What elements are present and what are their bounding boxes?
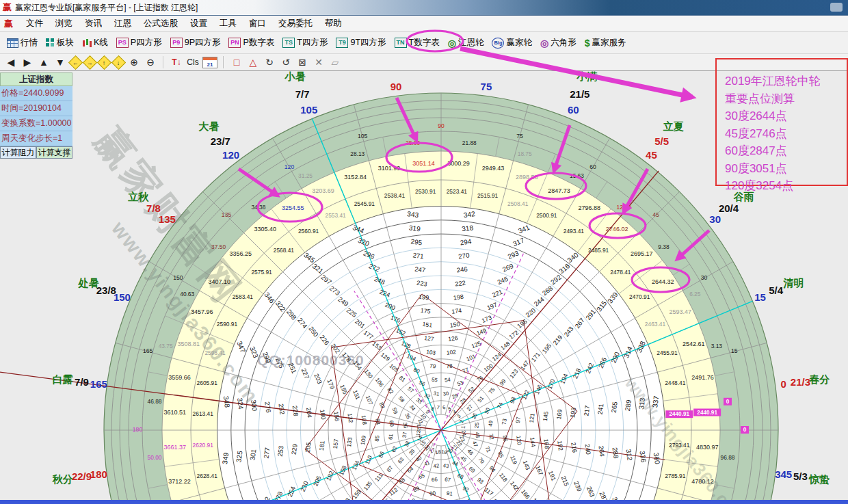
tool-prev-arrow[interactable]: ◀ <box>4 55 18 69</box>
svg-text:165: 165 <box>143 347 153 354</box>
toolbar-button-target[interactable]: ◎江恩轮 <box>444 36 488 50</box>
toolbar-button-dollar[interactable]: $赢家服务 <box>581 36 631 50</box>
svg-text:30: 30 <box>709 213 721 225</box>
tool-zoom-out[interactable]: ⊖ <box>144 55 157 69</box>
tool-cls[interactable]: Cls <box>186 55 200 69</box>
tool-next-arrow[interactable]: ▶ <box>21 55 34 69</box>
toolbar-button-label: 9T四方形 <box>350 37 386 49</box>
tool-box-x[interactable]: ⊠ <box>295 55 309 69</box>
svg-text:2560.91: 2560.91 <box>298 228 319 235</box>
svg-text:301: 301 <box>248 449 257 461</box>
svg-text:75: 75 <box>481 81 492 92</box>
menu-item[interactable]: 江恩 <box>108 16 137 31</box>
toolbar-button-blocks[interactable]: 板块 <box>42 36 78 50</box>
toolbar-button-hexagon[interactable]: ◎六角形 <box>536 36 581 50</box>
svg-text:90: 90 <box>438 122 445 129</box>
badge-icon: TS <box>282 38 295 48</box>
menu-item[interactable]: 交易委托 <box>272 16 319 31</box>
menu-item[interactable]: 资讯 <box>79 16 108 31</box>
svg-text:白露: 白露 <box>53 373 73 385</box>
svg-text:205: 205 <box>304 442 313 453</box>
svg-text:313: 313 <box>637 397 646 410</box>
svg-text:271: 271 <box>412 251 424 260</box>
menu-item[interactable]: 浏览 <box>49 16 79 31</box>
svg-text:2448.41: 2448.41 <box>665 380 686 386</box>
svg-text:217: 217 <box>583 405 591 416</box>
tool-rect-tool[interactable]: □ <box>230 55 243 69</box>
tool-triangle-tool[interactable]: △ <box>246 55 260 69</box>
tool-t-cursor[interactable]: T↓ <box>170 55 183 69</box>
toolbar-button-candle[interactable]: K线 <box>78 36 112 50</box>
svg-text:222: 222 <box>455 280 466 288</box>
svg-text:150: 150 <box>173 274 183 281</box>
toolbar-button-grid[interactable]: 行情 <box>3 36 42 50</box>
svg-text:21/5: 21/5 <box>570 88 589 100</box>
menu-item[interactable]: 工具 <box>213 16 243 31</box>
toolbar-button-badge[interactable]: TST四方形 <box>278 36 332 50</box>
svg-text:216: 216 <box>570 442 578 453</box>
svg-text:2746.02: 2746.02 <box>606 226 628 233</box>
title-bar: 赢 赢家江恩专业版[赢家服务平台] - [上证指数 江恩轮] <box>0 0 848 16</box>
svg-text:清明: 清明 <box>783 277 804 289</box>
tool-pan-left[interactable]: ← <box>68 55 83 69</box>
svg-text:5/3: 5/3 <box>793 470 808 482</box>
svg-text:2463.41: 2463.41 <box>645 321 666 328</box>
tool-arc-cw[interactable]: ↻ <box>263 55 276 69</box>
tool-zoom-in[interactable]: ⊕ <box>127 55 141 69</box>
menu-item[interactable]: 帮助 <box>319 16 348 31</box>
instrument-info-panel: 上证指数价格=2440.9099时间=20190104变换系数=1.00000周… <box>0 72 72 159</box>
toolbar-button-badge[interactable]: P99P四方形 <box>166 36 225 50</box>
svg-text:103: 103 <box>426 348 436 356</box>
toolbar-button-label: P数字表 <box>243 37 274 49</box>
toolbar-button-badge[interactable]: PSP四方形 <box>112 36 166 50</box>
svg-text:120: 120 <box>284 163 295 170</box>
tool-scatter-x[interactable]: ✕ <box>312 55 326 69</box>
tool-up-triangle[interactable]: ▲ <box>37 55 51 69</box>
tool-polygon-tool[interactable]: ▱ <box>328 55 342 69</box>
badge-icon: PN <box>228 38 241 48</box>
svg-text:5/4: 5/4 <box>769 284 784 296</box>
svg-text:12: 12 <box>416 424 423 430</box>
svg-text:3254.55: 3254.55 <box>282 204 304 211</box>
menu-item[interactable]: 设置 <box>184 16 213 31</box>
toolbar-button-badge[interactable]: T99T四方形 <box>332 36 390 50</box>
svg-text:15: 15 <box>731 347 738 354</box>
svg-text:96: 96 <box>501 435 508 442</box>
svg-text:276: 276 <box>263 401 272 413</box>
toolbar-separator <box>163 56 164 68</box>
blocks-icon <box>46 38 55 47</box>
toolbar-button-badge[interactable]: TNT数字表 <box>390 36 444 50</box>
svg-text:小暑: 小暑 <box>284 71 305 82</box>
tool-pan-up[interactable]: ↑ <box>97 55 111 69</box>
menu-item[interactable]: 窗口 <box>243 16 272 31</box>
tool-arc-ccw[interactable]: ↺ <box>279 55 293 69</box>
svg-text:48: 48 <box>474 432 481 438</box>
tool-pan-right[interactable]: → <box>83 55 97 69</box>
tool-calendar[interactable]: 21 <box>202 57 217 68</box>
svg-text:240: 240 <box>583 444 592 455</box>
svg-text:30: 30 <box>442 390 449 397</box>
tool-down-triangle[interactable]: ▼ <box>53 55 67 69</box>
toolbar-button-big[interactable]: Big赢家轮 <box>488 36 536 50</box>
svg-text:3101.99: 3101.99 <box>378 165 401 172</box>
menu-item[interactable]: 文件 <box>20 16 49 31</box>
svg-text:324: 324 <box>236 397 245 410</box>
svg-text:67: 67 <box>445 477 451 483</box>
svg-text:3356.25: 3356.25 <box>230 250 252 257</box>
annotation-line: 120度3254点 <box>717 177 847 195</box>
tool-pan-down[interactable]: ↓ <box>111 55 126 69</box>
svg-text:30: 30 <box>701 274 708 281</box>
annotation-line: 90度3051点 <box>717 160 847 178</box>
toolbar-button-badge[interactable]: PNP数字表 <box>224 36 278 50</box>
menu-item[interactable]: 公式选股 <box>137 16 184 31</box>
calc-support-button[interactable]: 计算支撑 <box>36 146 72 159</box>
svg-text:3610.51: 3610.51 <box>164 409 187 416</box>
svg-text:247: 247 <box>414 265 426 274</box>
svg-text:79: 79 <box>429 362 437 369</box>
svg-text:小满: 小满 <box>577 71 598 82</box>
toolbar-button-label: T数字表 <box>409 37 440 49</box>
calc-resistance-button[interactable]: 计算阻力 <box>0 146 36 159</box>
svg-text:2793.41: 2793.41 <box>669 442 690 449</box>
svg-text:199: 199 <box>418 293 429 302</box>
window-controls[interactable] <box>830 3 843 12</box>
